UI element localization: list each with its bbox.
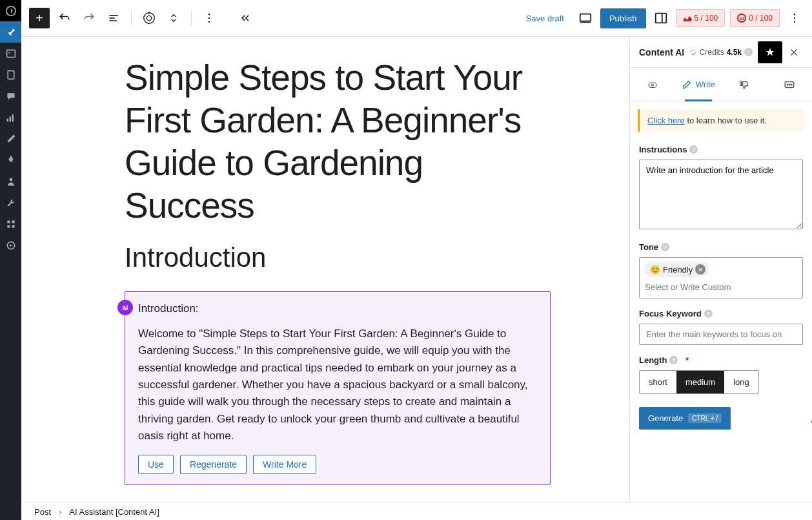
notice-link[interactable]: Click here (647, 116, 685, 125)
instructions-input[interactable] (639, 160, 803, 229)
media-icon[interactable] (0, 43, 21, 64)
svg-rect-31 (649, 83, 656, 88)
remove-chip-button[interactable]: ✕ (695, 264, 705, 275)
svg-point-36 (791, 84, 792, 85)
breadcrumb-bar: Post › AI Assistant [Content AI] (21, 503, 812, 520)
svg-point-7 (9, 178, 12, 181)
dashboard-icon[interactable] (0, 0, 21, 21)
write-more-button[interactable]: Write More (253, 455, 316, 474)
generate-button[interactable]: Generate CTRL + / (639, 407, 731, 430)
length-short[interactable]: short (640, 371, 676, 393)
svg-point-35 (789, 84, 790, 85)
document-overview-button[interactable] (104, 8, 123, 28)
focus-keyword-label: Focus Keyword (639, 309, 702, 318)
comments-icon[interactable] (0, 85, 21, 107)
save-draft-button[interactable]: Save draft (520, 10, 571, 27)
redo-button[interactable] (79, 8, 99, 28)
content-ai-panel: Content AI Credits 4.5k ? Write (630, 37, 812, 503)
undo-button[interactable] (55, 8, 74, 28)
breadcrumb-post[interactable]: Post (34, 507, 51, 517)
users-icon[interactable] (0, 171, 21, 192)
tone-label: Tone (639, 242, 658, 252)
svg-point-19 (208, 14, 210, 16)
length-long[interactable]: long (724, 371, 758, 393)
svg-point-26 (794, 14, 796, 16)
favorite-button[interactable] (758, 41, 782, 63)
add-block-button[interactable]: + (29, 8, 50, 28)
top-more-button[interactable] (785, 8, 804, 28)
wp-admin-sidebar (0, 0, 21, 520)
tab-research[interactable] (630, 68, 676, 101)
length-label: Length (639, 355, 667, 365)
expand-icon[interactable] (164, 8, 183, 28)
svg-rect-5 (9, 116, 10, 121)
tab-chat[interactable] (767, 68, 813, 101)
help-icon[interactable]: ? (669, 356, 678, 364)
use-button[interactable]: Use (138, 455, 174, 474)
post-title[interactable]: Simple Steps to Start Your First Garden:… (125, 56, 551, 227)
help-icon[interactable]: ? (704, 309, 713, 318)
ai-logo-icon[interactable] (139, 8, 159, 28)
tone-selector[interactable]: 😊 Friendly ✕ (639, 257, 803, 298)
pin-icon[interactable] (0, 21, 21, 43)
credits-value: 4.5k (727, 48, 742, 57)
svg-point-28 (794, 21, 796, 23)
svg-point-27 (794, 17, 796, 19)
brush-icon[interactable] (0, 128, 21, 149)
chevron-right-icon: › (59, 507, 61, 517)
help-icon[interactable]: ? (744, 48, 753, 56)
ai-block-icon: ai (117, 300, 133, 315)
section-heading[interactable]: Introduction (125, 242, 551, 273)
publish-button[interactable]: Publish (600, 8, 646, 28)
svg-rect-9 (12, 220, 14, 223)
content-score-badge[interactable]: ai0 / 100 (730, 9, 780, 27)
svg-rect-22 (580, 14, 591, 21)
length-medium[interactable]: medium (676, 371, 724, 393)
svg-point-16 (144, 13, 155, 24)
ai-suggestion-block: ai Introduction: Welcome to "Simple Step… (125, 291, 551, 485)
regenerate-button[interactable]: Regenerate (180, 455, 247, 474)
tab-write[interactable]: Write (676, 68, 722, 101)
ai-block-heading: Introduction: (138, 302, 537, 315)
seo-score-text: 5 / 100 (695, 14, 718, 23)
svg-rect-11 (12, 225, 14, 227)
shortcut-hint: CTRL + / (688, 413, 722, 423)
tools-icon[interactable] (0, 192, 21, 213)
collapse-toolbar-button[interactable] (236, 8, 255, 28)
analytics-icon[interactable] (0, 107, 21, 128)
help-icon[interactable]: ? (689, 145, 698, 154)
help-icon[interactable]: ? (661, 243, 669, 251)
svg-point-32 (652, 84, 654, 86)
length-segmented: short medium long (639, 370, 759, 394)
tone-chip-label: Friendly (663, 265, 693, 275)
more-options-button[interactable] (199, 8, 219, 28)
settings-panel-button[interactable] (651, 8, 671, 28)
seo-score-badge[interactable]: 5 / 100 (676, 9, 726, 27)
plugins-icon[interactable] (0, 149, 21, 171)
editor-canvas[interactable]: Simple Steps to Start Your First Garden:… (21, 37, 630, 503)
ai-block-text: Welcome to "Simple Steps to Start Your F… (138, 326, 537, 444)
panel-tabs: Write (630, 68, 812, 101)
editor-topbar: + Save draft Publish 5 / 100 ai0 / 100 (21, 0, 812, 37)
preview-button[interactable] (576, 8, 595, 28)
collapse-icon[interactable] (0, 234, 21, 256)
tone-input[interactable] (645, 282, 797, 292)
svg-point-21 (208, 21, 210, 23)
focus-keyword-input[interactable] (639, 324, 803, 345)
tab-write-label: Write (696, 79, 715, 89)
tone-chip-friendly: 😊 Friendly ✕ (645, 262, 709, 277)
credits-display: Credits 4.5k ? (689, 48, 753, 57)
breadcrumb-current[interactable]: AI Assistant [Content AI] (69, 507, 159, 517)
svg-rect-3 (8, 70, 14, 79)
close-panel-button[interactable] (785, 43, 803, 61)
chart-icon (683, 15, 692, 21)
credits-label: Credits (700, 48, 724, 57)
notice-text: to learn how to use it. (685, 116, 767, 125)
panel-title: Content AI (639, 47, 689, 57)
content-score-text: 0 / 100 (749, 14, 773, 23)
tab-dislike[interactable] (721, 68, 767, 101)
pages-icon[interactable] (0, 64, 21, 85)
settings-icon[interactable] (0, 213, 21, 234)
svg-point-34 (787, 84, 788, 85)
instructions-label: Instructions (639, 145, 687, 154)
